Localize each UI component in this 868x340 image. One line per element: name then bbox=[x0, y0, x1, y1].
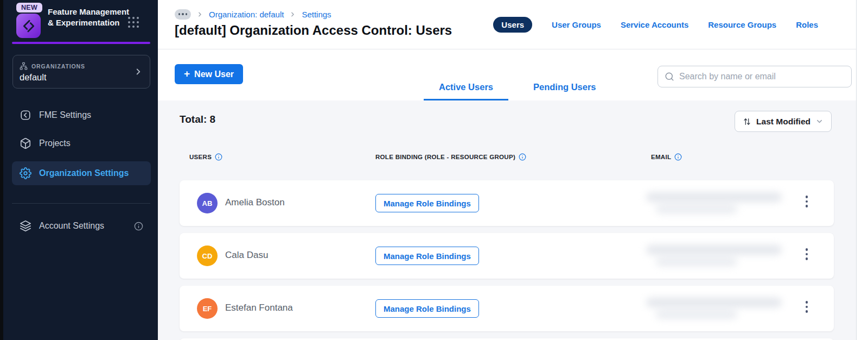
sort-arrows-icon bbox=[743, 117, 751, 126]
gear-icon bbox=[20, 167, 31, 179]
redacted-email bbox=[641, 242, 798, 270]
user-name: Amelia Boston bbox=[225, 197, 285, 208]
avatar: EF bbox=[197, 298, 218, 319]
app-switcher-grid-icon[interactable] bbox=[128, 17, 142, 31]
sidebar: NEW Feature Management & Experimentation… bbox=[3, 0, 158, 340]
new-user-button[interactable]: + New User bbox=[175, 64, 243, 84]
column-header-role-binding: ROLE BINDING (ROLE - RESOURCE GROUP) bbox=[375, 153, 526, 161]
sort-dropdown[interactable]: Last Modified bbox=[735, 111, 832, 132]
tab-resource-groups[interactable]: Resource Groups bbox=[708, 20, 776, 29]
user-name: Estefan Fontana bbox=[225, 303, 293, 313]
sitemap-icon bbox=[20, 62, 28, 70]
organization-selector[interactable]: ORGANIZATIONS default bbox=[12, 55, 150, 89]
manage-role-bindings-button[interactable]: Manage Role Bindings bbox=[375, 194, 479, 212]
sidebar-item-label: Organization Settings bbox=[39, 168, 129, 178]
info-icon[interactable] bbox=[215, 153, 222, 161]
column-header-email: EMAIL bbox=[651, 153, 682, 161]
user-state-tabs: Active Users Pending Users bbox=[424, 82, 611, 100]
page-header: Organization: default Settings [default]… bbox=[158, 0, 856, 49]
column-header-users: USERS bbox=[189, 153, 222, 161]
search-icon bbox=[665, 72, 674, 81]
scroll-gutter bbox=[856, 0, 868, 340]
main-area: Organization: default Settings [default]… bbox=[158, 0, 856, 340]
manage-role-bindings-button[interactable]: Manage Role Bindings bbox=[375, 299, 479, 318]
breadcrumb-link-settings[interactable]: Settings bbox=[302, 10, 331, 19]
fme-logo bbox=[16, 14, 41, 38]
breadcrumb: Organization: default Settings bbox=[175, 9, 331, 20]
org-selector-value: default bbox=[20, 72, 47, 83]
org-selector-label: ORGANIZATIONS bbox=[31, 63, 85, 70]
tab-roles[interactable]: Roles bbox=[796, 20, 818, 29]
sidebar-item-label: FME Settings bbox=[39, 110, 91, 120]
sidebar-item-fme-settings[interactable]: FME Settings bbox=[12, 103, 151, 127]
redacted-email bbox=[641, 189, 798, 217]
split-diamond-icon bbox=[22, 19, 36, 33]
table-row: EF Estefan Fontana Manage Role Bindings bbox=[180, 286, 834, 331]
table-row: AB Amelia Boston Manage Role Bindings bbox=[180, 180, 834, 226]
sidebar-item-label: Projects bbox=[39, 138, 71, 148]
info-icon[interactable] bbox=[134, 222, 143, 231]
sort-label: Last Modified bbox=[756, 117, 810, 127]
user-name: Cala Dasu bbox=[225, 250, 268, 261]
search-box bbox=[658, 66, 852, 87]
chevron-right-icon bbox=[289, 11, 296, 18]
info-icon[interactable] bbox=[674, 153, 682, 161]
tab-pending-users[interactable]: Pending Users bbox=[518, 82, 611, 100]
column-label: USERS bbox=[189, 154, 212, 160]
tab-user-groups[interactable]: User Groups bbox=[552, 20, 601, 29]
cube-icon bbox=[20, 137, 31, 149]
fme-settings-icon bbox=[20, 109, 31, 121]
info-icon[interactable] bbox=[519, 153, 526, 161]
tab-active-users[interactable]: Active Users bbox=[424, 82, 508, 100]
sidebar-divider bbox=[12, 203, 150, 204]
chevron-right-icon bbox=[196, 11, 203, 18]
manage-role-bindings-button[interactable]: Manage Role Bindings bbox=[375, 247, 479, 265]
tab-users[interactable]: Users bbox=[493, 17, 532, 33]
chevron-down-icon bbox=[815, 117, 824, 125]
page-title: [default] Organization Access Control: U… bbox=[175, 23, 452, 38]
breadcrumb-link-organization[interactable]: Organization: default bbox=[209, 10, 284, 19]
sidebar-item-organization-settings[interactable]: Organization Settings bbox=[12, 161, 151, 185]
new-user-label: New User bbox=[194, 70, 234, 79]
chevron-right-icon bbox=[133, 67, 143, 77]
row-menu-kebab-icon[interactable] bbox=[802, 301, 811, 316]
redacted-email bbox=[641, 294, 798, 323]
breadcrumb-ellipsis-icon[interactable] bbox=[175, 9, 191, 20]
total-count: Total: 8 bbox=[180, 114, 215, 125]
avatar: AB bbox=[197, 193, 218, 213]
product-title: Feature Management & Experimentation bbox=[48, 7, 135, 28]
layers-icon bbox=[20, 220, 31, 232]
row-menu-kebab-icon[interactable] bbox=[802, 248, 811, 263]
users-content: Total: 8 Last Modified USERS ROLE BINDIN… bbox=[158, 100, 856, 340]
accent-divider bbox=[12, 42, 150, 44]
table-row: CD Cala Dasu Manage Role Bindings bbox=[180, 233, 834, 279]
search-input[interactable] bbox=[679, 72, 845, 81]
avatar: CD bbox=[197, 245, 218, 266]
column-label: ROLE BINDING (ROLE - RESOURCE GROUP) bbox=[375, 154, 515, 160]
new-badge: NEW bbox=[16, 3, 42, 12]
sidebar-item-label: Account Settings bbox=[39, 221, 104, 231]
access-control-tabs: Users User Groups Service Accounts Resou… bbox=[493, 17, 818, 33]
column-label: EMAIL bbox=[651, 154, 671, 160]
row-menu-kebab-icon[interactable] bbox=[802, 196, 811, 211]
tab-service-accounts[interactable]: Service Accounts bbox=[621, 20, 688, 29]
plus-icon: + bbox=[184, 68, 190, 80]
toolbar: + New User Active Users Pending Users bbox=[158, 49, 856, 100]
sidebar-item-projects[interactable]: Projects bbox=[12, 131, 151, 155]
sidebar-item-account-settings[interactable]: Account Settings bbox=[12, 214, 151, 238]
